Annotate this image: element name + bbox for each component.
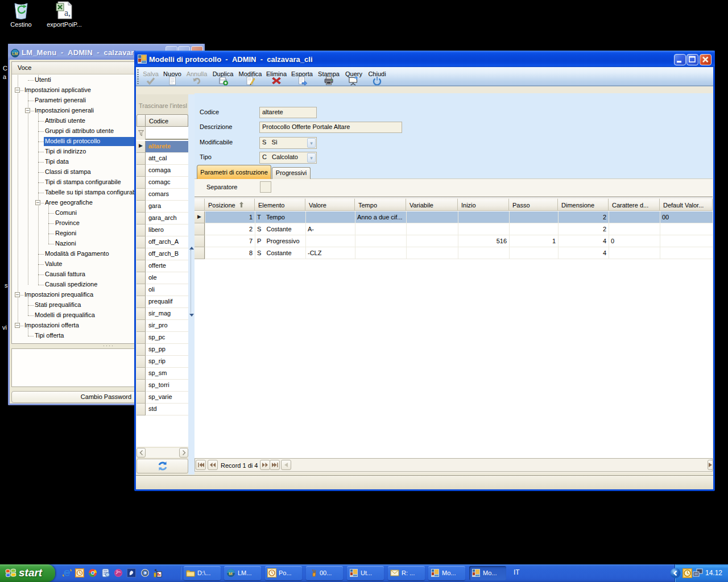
svg-text:a,: a, bbox=[64, 8, 71, 18]
svg-text:M: M bbox=[229, 571, 233, 576]
svg-text:LM: LM bbox=[12, 52, 18, 56]
